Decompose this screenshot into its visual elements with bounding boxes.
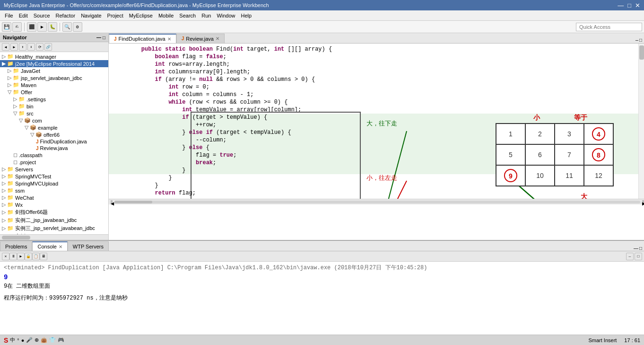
code-line: if (array != null && rows > 0 && columns…	[109, 76, 644, 83]
code-line: int column = columns - 1;	[109, 91, 644, 98]
menu-project[interactable]: Project	[104, 12, 126, 19]
tab-close-icon[interactable]: ✕	[59, 244, 62, 249]
console-btn-1[interactable]: ✕	[2, 253, 9, 260]
nav-item-j2ee[interactable]: ▶ 📁 j2ee [MyEclipse Professional 2014	[0, 60, 108, 67]
nav-item-offer[interactable]: ▽ 📁 Offer	[0, 88, 108, 96]
menu-window[interactable]: Window	[214, 12, 238, 19]
menu-help[interactable]: Help	[238, 12, 255, 19]
code-editor[interactable]: public static boolean Find(int target, i…	[109, 44, 644, 199]
hscroll-left[interactable]: ◀	[111, 200, 113, 204]
tab-problems[interactable]: Problems	[0, 241, 32, 251]
nav-item-dotproject[interactable]: ◻ .project	[0, 159, 108, 166]
nav-minimize-icon[interactable]: —	[96, 35, 101, 40]
tab-findduplication[interactable]: J FindDuplication.java ✕	[109, 34, 176, 43]
nav-maximize-icon[interactable]: □	[103, 35, 105, 40]
hscroll-thumb[interactable]	[114, 201, 152, 203]
nav-item-maven[interactable]: ▷ 📁 Maven	[0, 81, 108, 88]
menu-mobile[interactable]: Mobile	[156, 12, 176, 19]
menu-file[interactable]: File	[2, 12, 16, 19]
hscroll-thumb[interactable]	[2, 236, 30, 239]
editor-area: J FindDuplication.java ✕ J Review.java ✕…	[109, 33, 644, 240]
toolbar-btn-7[interactable]: ⚙	[73, 22, 82, 32]
nav-item-finddup[interactable]: J FindDuplication.java	[0, 138, 108, 145]
nav-item-example2[interactable]: ▷ 📁 实例二_jsp_javabean_jdbc	[0, 216, 108, 224]
maximize-button[interactable]: □	[627, 2, 631, 9]
bottom-minimize-icon[interactable]: —	[634, 246, 638, 251]
status-icon-5: ⊕	[35, 337, 39, 343]
quick-access-input[interactable]	[576, 23, 642, 31]
menu-refactor[interactable]: Refactor	[53, 12, 78, 19]
menu-edit[interactable]: Edit	[16, 12, 31, 19]
menu-run[interactable]: Run	[199, 12, 214, 19]
tab-wtp[interactable]: WTP Servers	[68, 241, 109, 251]
console-btn-6[interactable]: 🖥	[40, 253, 47, 260]
nav-item-wx[interactable]: ▷ 📁 Wx	[0, 201, 108, 208]
status-logo: S	[4, 336, 8, 344]
editor-hscroll[interactable]: ◀ ▶	[109, 199, 644, 204]
hscroll-right[interactable]: ▶	[642, 200, 644, 204]
hscroll-track[interactable]	[114, 201, 640, 203]
nav-item-label: j2ee [MyEclipse Professional 2014	[15, 61, 95, 67]
nav-item-springmvcupload[interactable]: ▷ 📁 SpringMVCUpload	[0, 180, 108, 187]
toolbar-btn-4[interactable]: ▶	[37, 22, 47, 32]
bottom-maximize-icon[interactable]: □	[639, 246, 642, 251]
nav-item-label: .classpath	[19, 152, 43, 158]
nav-item-example[interactable]: ▽ 📦 example	[0, 124, 108, 131]
nav-item-jianzhi[interactable]: ▷ 📁 剑指Offer66题	[0, 208, 108, 216]
nav-item-healthy[interactable]: ▷ 📁 Healthy_manager	[0, 53, 108, 60]
editor-minimize-icon[interactable]: —	[635, 38, 638, 43]
nav-btn-2[interactable]: ▶	[10, 43, 18, 51]
tab-close-icon[interactable]: ✕	[167, 36, 171, 42]
close-button[interactable]: ✕	[635, 2, 640, 9]
nav-item-src[interactable]: ▽ 📁 src	[0, 110, 108, 117]
toolbar-btn-3[interactable]: ⬛	[27, 22, 36, 32]
nav-item-review[interactable]: J Review.java	[0, 145, 108, 151]
menu-source[interactable]: Source	[31, 12, 53, 19]
nav-item-springmvctest[interactable]: ▷ 📁 SpringMVCTest	[0, 173, 108, 180]
console-btn-3[interactable]: ▶	[17, 253, 25, 260]
nav-expand-icon: ▷	[2, 53, 6, 60]
nav-item-example3[interactable]: ▷ 📁 实例三_jsp_servlet_javabean_jdbc	[0, 224, 108, 232]
nav-btn-3[interactable]: ⬆	[19, 43, 26, 51]
nav-item-label: 实例二_jsp_javabean_jdbc	[15, 217, 77, 224]
nav-item-servers[interactable]: ▷ 📁 Servers	[0, 166, 108, 173]
nav-item-com[interactable]: ▽ 📦 com	[0, 117, 108, 124]
nav-item-wechat[interactable]: ▷ 📁 WeChat	[0, 194, 108, 201]
nav-item-classpath[interactable]: ◻ .classpath	[0, 151, 108, 159]
editor-maximize-icon[interactable]: □	[639, 38, 642, 43]
minimize-button[interactable]: —	[618, 2, 624, 9]
nav-item-settings[interactable]: ▷ 📁 .settings	[0, 96, 108, 103]
toolbar-btn-5[interactable]: 🐛	[48, 22, 57, 32]
nav-item-jsp[interactable]: ▷ 📁 jsp_servlet_javabean_jdbc	[0, 74, 108, 81]
menu-search[interactable]: Search	[176, 12, 199, 19]
code-line: }	[109, 167, 644, 174]
menu-myeclipse[interactable]: MyEclipse	[126, 12, 156, 19]
console-btn-5[interactable]: 📋	[32, 253, 40, 260]
vscroll-thumb[interactable]	[639, 45, 644, 60]
toolbar-btn-1[interactable]: 💾	[2, 22, 11, 32]
console-right-btn-2[interactable]: □	[635, 253, 642, 260]
console-btn-2[interactable]: ⏸	[9, 253, 17, 260]
nav-item-ssm[interactable]: ▷ 📁 ssm	[0, 187, 108, 194]
nav-btn-6[interactable]: 🔗	[44, 43, 52, 51]
console-right-btns: — □	[626, 253, 642, 260]
nav-btn-1[interactable]: ◀	[2, 43, 9, 51]
nav-item-javaget[interactable]: ▷ 📁 JavaGet	[0, 67, 108, 74]
nav-btn-5[interactable]: ⟳	[36, 43, 44, 51]
console-btn-4[interactable]: 🔒	[25, 253, 32, 260]
nav-item-offer66[interactable]: ▽ 📦 offer66	[0, 131, 108, 138]
editor-vscroll[interactable]	[638, 44, 644, 199]
nav-item-bin[interactable]: ▷ 📁 bin	[0, 103, 108, 110]
bottom-tabs: Problems Console ✕ WTP Servers — □	[0, 241, 644, 251]
console-right-btn-1[interactable]: —	[626, 253, 634, 260]
nav-btn-4[interactable]: ⬇	[27, 43, 35, 51]
nav-item-label: FindDuplication.java	[40, 139, 87, 144]
navigator-hscroll[interactable]	[0, 234, 108, 240]
code-line: } else if (target < tempValue) {	[109, 129, 644, 136]
toolbar-btn-6[interactable]: 🔍	[62, 22, 72, 32]
tab-review[interactable]: J Review.java ✕	[176, 34, 225, 43]
toolbar-btn-2[interactable]: ⎌	[12, 22, 22, 32]
menu-navigate[interactable]: Navigate	[78, 12, 104, 19]
tab-close-icon[interactable]: ✕	[216, 36, 219, 41]
tab-console[interactable]: Console ✕	[32, 241, 67, 251]
